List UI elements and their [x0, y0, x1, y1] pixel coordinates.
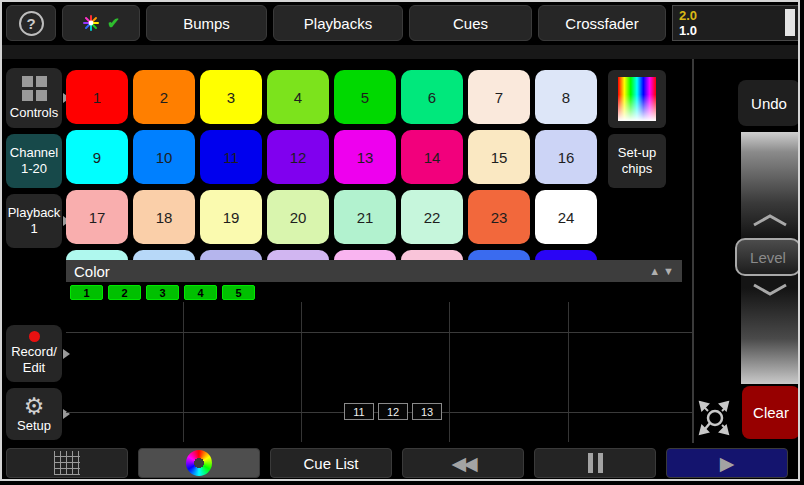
color-chip-26[interactable] [133, 250, 195, 260]
color-chip-11[interactable]: 11 [200, 130, 262, 184]
color-chip-13[interactable]: 13 [334, 130, 396, 184]
color-chip-6[interactable]: 6 [401, 70, 463, 124]
sidebar-item-controls[interactable]: Controls [6, 68, 62, 128]
tab-crossfader[interactable]: Crossfader [538, 5, 666, 41]
color-chip-24[interactable]: 24 [535, 190, 597, 244]
help-icon: ? [19, 11, 44, 36]
setup-chips-label-line1: Set-up [618, 145, 656, 161]
grid-line [568, 302, 569, 442]
color-chip-19[interactable]: 19 [200, 190, 262, 244]
pause-button[interactable] [534, 448, 656, 478]
cue-marker-12[interactable]: 12 [378, 403, 408, 420]
color-chip-32[interactable] [535, 250, 597, 260]
cue-marker-11[interactable]: 11 [344, 403, 374, 420]
record-dot-icon [29, 331, 40, 342]
color-chip-9[interactable]: 9 [66, 130, 128, 184]
check-icon: ✔ [107, 14, 120, 32]
color-chip-28[interactable] [267, 250, 329, 260]
help-button[interactable]: ? [6, 5, 56, 41]
rewind-button[interactable]: ◀◀ [402, 448, 524, 478]
record-label-line1: Record/ [11, 344, 57, 360]
color-marker-3[interactable]: 3 [146, 285, 179, 300]
grid-icon [54, 451, 80, 475]
color-chip-3[interactable]: 3 [200, 70, 262, 124]
color-chip-18[interactable]: 18 [133, 190, 195, 244]
crossfader-position-bar[interactable] [785, 9, 795, 36]
level-fader-handle[interactable]: Level [735, 238, 800, 276]
color-chip-2[interactable]: 2 [133, 70, 195, 124]
scroll-up-icon[interactable]: ▲ [649, 265, 660, 277]
color-chip-31[interactable] [468, 250, 530, 260]
color-chip-16[interactable]: 16 [535, 130, 597, 184]
rewind-icon: ◀◀ [451, 452, 474, 475]
playback-label-line1: Playback [8, 205, 61, 221]
color-chip-12[interactable]: 12 [267, 130, 329, 184]
topbar-band [2, 45, 798, 59]
sidebar-item-channel[interactable]: Channel 1-20 [6, 134, 62, 188]
color-chip-20[interactable]: 20 [267, 190, 329, 244]
color-chip-25[interactable] [66, 250, 128, 260]
sidebar-item-record-edit[interactable]: Record/ Edit [6, 325, 62, 382]
record-label-line2: Edit [23, 360, 45, 376]
color-chip-palette: 1 2 3 4 5 6 7 8 9 10 11 12 13 14 15 16 1… [66, 70, 602, 260]
color-marker-5[interactable]: 5 [222, 285, 255, 300]
tab-playbacks[interactable]: Playbacks [273, 5, 403, 41]
fader-up-chevron-icon[interactable] [750, 213, 790, 227]
color-chip-22[interactable]: 22 [401, 190, 463, 244]
cue-timeline-grid[interactable]: 11 12 13 [66, 302, 692, 442]
setup-label: Setup [17, 418, 51, 434]
panel-divider [692, 59, 694, 443]
clear-button[interactable]: Clear [742, 386, 800, 439]
undo-button[interactable]: Undo [738, 80, 800, 126]
color-chip-15[interactable]: 15 [468, 130, 530, 184]
color-chip-1[interactable]: 1 [66, 70, 128, 124]
color-chip-27[interactable] [200, 250, 262, 260]
controls-label: Controls [10, 105, 58, 121]
color-chip-4[interactable]: 4 [267, 70, 329, 124]
top-bar: ? ✔ Bumps Playbacks Cues Crossfade [6, 5, 800, 41]
color-marker-2[interactable]: 2 [108, 285, 141, 300]
color-chip-10[interactable]: 10 [133, 130, 195, 184]
cue-list-button[interactable]: Cue List [270, 448, 392, 478]
color-chip-17[interactable]: 17 [66, 190, 128, 244]
color-chip-5[interactable]: 5 [334, 70, 396, 124]
color-marker-4[interactable]: 4 [184, 285, 217, 300]
gear-icon: ⚙ [24, 395, 45, 418]
channel-grid-button[interactable] [6, 448, 128, 478]
fader-down-chevron-icon[interactable] [750, 283, 790, 297]
rainbow-gradient-icon [618, 77, 656, 121]
color-section-header[interactable]: Color ▲ ▼ [66, 260, 682, 282]
tab-cues[interactable]: Cues [409, 5, 532, 41]
color-chip-14[interactable]: 14 [401, 130, 463, 184]
color-burst-icon [82, 14, 100, 32]
color-chip-8[interactable]: 8 [535, 70, 597, 124]
sidebar-item-setup[interactable]: ⚙ Setup [6, 388, 62, 440]
color-chip-30[interactable] [401, 250, 463, 260]
bottom-border-line [2, 480, 798, 481]
color-chip-23[interactable]: 23 [468, 190, 530, 244]
grid-line [449, 302, 450, 442]
crossfader-value-top: 2.0 [679, 8, 797, 23]
color-chip-21[interactable]: 21 [334, 190, 396, 244]
grid-2x2-icon [22, 76, 47, 101]
color-picker-button[interactable] [608, 70, 666, 128]
pause-icon [588, 453, 603, 473]
scroll-down-icon[interactable]: ▼ [663, 265, 674, 277]
setup-chips-button[interactable]: Set-up chips [608, 134, 666, 188]
cue-marker-row: 11 12 13 [344, 403, 442, 420]
color-wheel-button[interactable] [138, 448, 260, 478]
color-chip-7[interactable]: 7 [468, 70, 530, 124]
crossfader-panel[interactable]: 2.0 1.0 [672, 5, 800, 41]
color-marker-1[interactable]: 1 [70, 285, 103, 300]
play-button[interactable]: ▶ [666, 448, 788, 478]
cue-marker-13[interactable]: 13 [412, 403, 442, 420]
zoom-extents-icon[interactable] [696, 398, 732, 436]
scroll-arrows: ▲ ▼ [649, 265, 674, 277]
color-chip-29[interactable] [334, 250, 396, 260]
color-wheel-icon [186, 450, 212, 476]
tab-bumps[interactable]: Bumps [146, 5, 267, 41]
sidebar-item-playback[interactable]: Playback 1 [6, 194, 62, 248]
channel-label-line2: 1-20 [21, 161, 47, 177]
effect-status-button[interactable]: ✔ [62, 5, 140, 41]
color-section-title: Color [74, 263, 110, 280]
